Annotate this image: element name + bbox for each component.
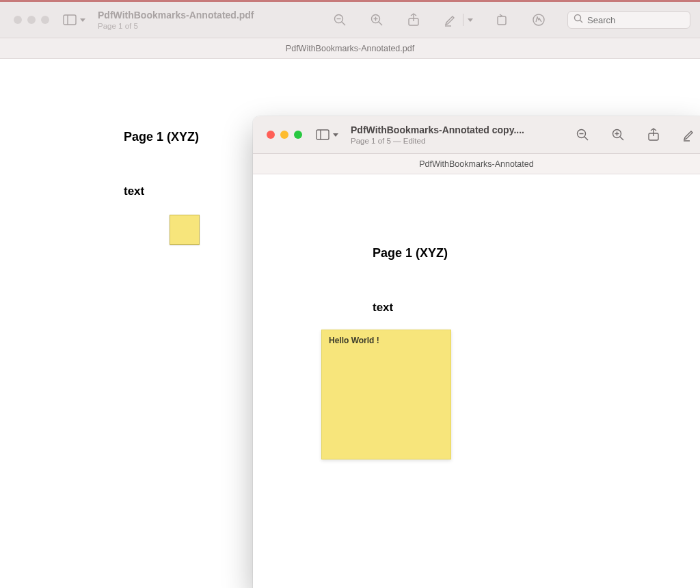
- svg-line-18: [584, 137, 588, 140]
- sidebar-toggle-front[interactable]: [314, 126, 338, 143]
- svg-point-13: [575, 15, 581, 21]
- sticky-note-front[interactable]: Hello World !: [321, 330, 451, 459]
- toolbar-back: PdfWithBookmarks-Annotated.pdf Page 1 of…: [0, 0, 700, 38]
- svg-line-3: [342, 22, 345, 25]
- document-title-front: PdfWithBookmarks-Annotated copy....: [351, 124, 524, 135]
- zoom-out-icon[interactable]: [332, 12, 348, 28]
- share-icon[interactable]: [405, 12, 422, 28]
- search-input-back[interactable]: [587, 15, 684, 25]
- search-icon: [574, 14, 583, 26]
- tabbar-back: PdfWithBookmarks-Annotated.pdf: [0, 38, 700, 59]
- highlight-icon[interactable]: [681, 126, 697, 143]
- page-heading-front: Page 1 (XYZ): [373, 246, 448, 260]
- separator: [463, 14, 463, 26]
- markup-toolbar-icon[interactable]: [530, 12, 547, 28]
- markup-group: [442, 12, 473, 28]
- title-block-front: PdfWithBookmarks-Annotated copy.... Page…: [351, 124, 524, 145]
- tab-front[interactable]: PdfWithBookmarks-Annotated: [419, 159, 533, 169]
- pdf-page-front[interactable]: Page 1 (XYZ) text Hello World !: [263, 178, 700, 588]
- svg-line-6: [379, 22, 382, 25]
- share-icon[interactable]: [645, 126, 662, 143]
- page-indicator-front: Page 1 of 5 — Edited: [351, 137, 524, 145]
- sidebar-icon: [314, 126, 331, 143]
- svg-line-14: [580, 21, 583, 23]
- sticky-note-text: Hello World !: [329, 336, 379, 345]
- chevron-down-icon: [333, 133, 338, 137]
- window-controls-back: [14, 16, 49, 24]
- toolbar-actions-back: [332, 11, 700, 29]
- svg-rect-11: [498, 16, 506, 25]
- search-field-back[interactable]: [567, 11, 690, 29]
- tabbar-front: PdfWithBookmarks-Annotated: [253, 154, 700, 174]
- zoom-out-icon[interactable]: [574, 126, 591, 143]
- close-button[interactable]: [267, 131, 275, 139]
- fullscreen-button[interactable]: [41, 16, 49, 24]
- fullscreen-button[interactable]: [294, 131, 302, 139]
- sidebar-icon: [62, 12, 78, 28]
- page-text-back: text: [124, 185, 144, 198]
- svg-rect-0: [64, 15, 76, 25]
- chevron-down-icon: [80, 18, 85, 22]
- minimize-button[interactable]: [27, 16, 36, 24]
- preview-window-front: PdfWithBookmarks-Annotated copy.... Page…: [253, 116, 700, 588]
- rotate-icon[interactable]: [494, 12, 510, 28]
- chevron-down-icon[interactable]: [468, 18, 473, 22]
- close-button[interactable]: [14, 16, 22, 24]
- sticky-note-back[interactable]: [170, 215, 200, 245]
- title-block-back: PdfWithBookmarks-Annotated.pdf Page 1 of…: [98, 10, 254, 30]
- highlight-icon[interactable]: [442, 12, 459, 28]
- svg-rect-15: [317, 130, 329, 139]
- sidebar-toggle-back[interactable]: [62, 12, 85, 28]
- page-indicator-back: Page 1 of 5: [98, 22, 254, 30]
- tab-back[interactable]: PdfWithBookmarks-Annotated.pdf: [286, 44, 414, 53]
- page-text-front: text: [373, 301, 393, 315]
- document-title-back: PdfWithBookmarks-Annotated.pdf: [98, 10, 254, 21]
- zoom-in-icon[interactable]: [610, 126, 626, 143]
- toolbar-front: PdfWithBookmarks-Annotated copy.... Page…: [253, 116, 700, 154]
- window-controls-front: [267, 131, 302, 139]
- page-heading-back: Page 1 (XYZ): [124, 130, 199, 144]
- minimize-button[interactable]: [280, 131, 288, 139]
- zoom-in-icon[interactable]: [368, 12, 385, 28]
- svg-line-21: [620, 137, 623, 140]
- toolbar-actions-front: [574, 126, 700, 143]
